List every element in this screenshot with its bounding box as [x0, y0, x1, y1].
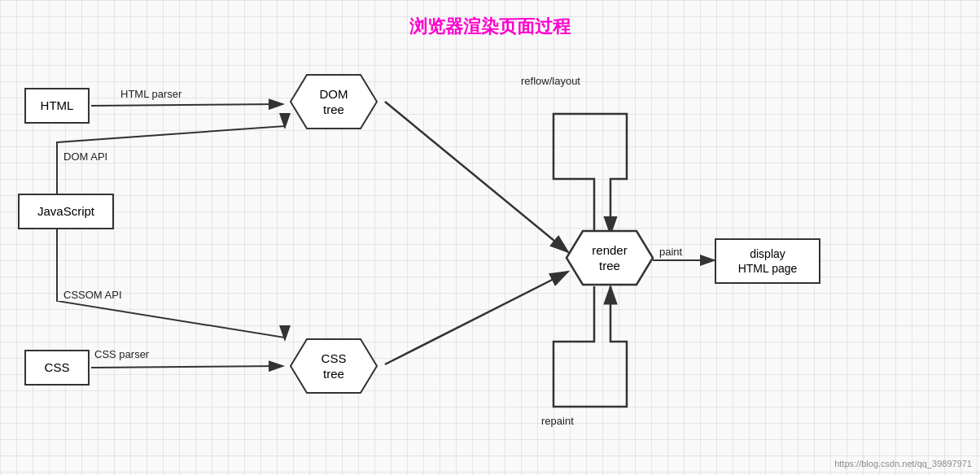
html-box: HTML: [24, 88, 90, 124]
diagram-canvas: 浏览器渲染页面过程: [0, 0, 980, 475]
svg-line-2: [91, 104, 283, 106]
paint-label: paint: [659, 246, 682, 258]
cssom-api-label: CSSOM API: [63, 289, 122, 301]
svg-line-4: [385, 102, 568, 252]
dom-api-label: DOM API: [63, 150, 107, 163]
svg-line-5: [385, 272, 568, 364]
arrows-svg: [0, 0, 980, 475]
render-tree-node: render tree: [565, 229, 654, 286]
page-title: 浏览器渲染页面过程: [409, 15, 571, 39]
display-box: displayHTML page: [715, 238, 820, 284]
watermark: https://blog.csdn.net/qq_39897971: [834, 459, 972, 468]
html-parser-label: HTML parser: [120, 88, 182, 100]
css-parser-label: CSS parser: [94, 348, 149, 360]
css-box: CSS: [24, 350, 90, 386]
javascript-box: JavaScript: [18, 194, 114, 229]
reflow-layout-label: reflow/layout: [521, 75, 580, 87]
dom-tree-node: DOM tree: [289, 73, 378, 130]
css-tree-node: CSS tree: [289, 338, 378, 394]
repaint-label: repaint: [541, 415, 574, 427]
svg-line-3: [91, 366, 283, 368]
